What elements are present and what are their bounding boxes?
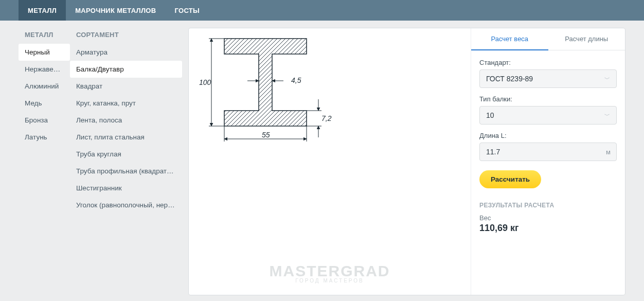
sidebar-metal-item[interactable]: Медь: [19, 95, 70, 112]
top-nav-metal[interactable]: МЕТАЛЛ: [19, 0, 66, 21]
svg-text:100: 100: [199, 78, 211, 86]
select-beam-type-value: 10: [486, 111, 494, 119]
calc-panel: Расчет веса Расчет длины Стандарт: ГОСТ …: [471, 28, 625, 295]
sidebar-metal: МЕТАЛЛ Черный Нержавейка Алюминий Медь Б…: [19, 28, 70, 295]
sidebar-sortament-item[interactable]: Лента, полоса: [70, 112, 182, 129]
input-length-unit: м: [606, 148, 611, 156]
input-length[interactable]: 11.7: [479, 143, 617, 161]
sidebar-metal-item[interactable]: Нержавейка: [19, 61, 70, 78]
result-value: 110,69 кг: [479, 223, 617, 234]
chevron-down-icon: ﹀: [604, 112, 610, 119]
diagram-area: 100 55 4,5 7,2 MASTERGRAD ГОРОД МА: [189, 28, 471, 295]
calculate-button[interactable]: Рассчитать: [479, 170, 541, 188]
label-beam-type: Тип балки:: [479, 95, 617, 103]
result-label: Вес: [479, 214, 617, 222]
svg-text:55: 55: [262, 131, 270, 139]
sidebar-sortament-item[interactable]: Круг, катанка, прут: [70, 95, 182, 112]
sidebar-sortament-item[interactable]: Шестигранник: [70, 180, 182, 197]
sidebar-metal-item[interactable]: Черный: [19, 44, 70, 61]
select-standard-value: ГОСТ 8239-89: [486, 75, 533, 83]
label-standard: Стандарт:: [479, 59, 617, 66]
sidebar-sortament-item[interactable]: Арматура: [70, 44, 182, 61]
sidebar-metal-header: МЕТАЛЛ: [19, 28, 70, 44]
beam-diagram: 100 55 4,5 7,2: [196, 33, 335, 147]
chevron-down-icon: ﹀: [604, 75, 610, 83]
sidebar-sortament-item[interactable]: Труба круглая: [70, 146, 182, 163]
sidebar-sortament-item[interactable]: Лист, плита стальная: [70, 129, 182, 146]
top-nav-marochnik[interactable]: МАРОЧНИК МЕТАЛЛОВ: [66, 0, 165, 21]
sidebar-metal-item[interactable]: Алюминий: [19, 78, 70, 95]
sidebar-sortament-item[interactable]: Труба профильная (квадратная /…: [70, 163, 182, 180]
top-nav-gosty[interactable]: ГОСТЫ: [165, 0, 209, 21]
sidebar-sortament-header: СОРТАМЕНТ: [70, 28, 182, 44]
sidebar-metal-item[interactable]: Латунь: [19, 129, 70, 146]
sidebar-sortament-item[interactable]: Уголок (равнополочный, неравн…: [70, 197, 182, 214]
svg-text:7,2: 7,2: [321, 114, 332, 122]
sidebar-metal-item[interactable]: Бронза: [19, 112, 70, 129]
tab-length[interactable]: Расчет длины: [548, 28, 625, 50]
calc-tabs: Расчет веса Расчет длины: [471, 28, 625, 50]
top-nav: МЕТАЛЛ МАРОЧНИК МЕТАЛЛОВ ГОСТЫ: [0, 0, 644, 21]
sidebar-sortament-item[interactable]: Квадрат: [70, 78, 182, 95]
sidebar-sortament: СОРТАМЕНТ Арматура Балка/Двутавр Квадрат…: [70, 28, 182, 295]
watermark: MASTERGRAD ГОРОД МАСТЕРОВ: [270, 262, 390, 284]
select-standard[interactable]: ГОСТ 8239-89 ﹀: [479, 69, 617, 88]
sidebar-sortament-item[interactable]: Балка/Двутавр: [70, 61, 182, 78]
results-header: РЕЗУЛЬТАТЫ РАСЧЕТА: [479, 202, 617, 209]
tab-weight[interactable]: Расчет веса: [471, 28, 548, 50]
select-beam-type[interactable]: 10 ﹀: [479, 106, 617, 125]
svg-text:4,5: 4,5: [291, 76, 301, 84]
input-length-value: 11.7: [486, 148, 500, 156]
label-length: Длина L:: [479, 132, 617, 139]
watermark-main: MASTERGRAD: [270, 262, 390, 280]
content-card: 100 55 4,5 7,2 MASTERGRAD ГОРОД МА: [188, 28, 625, 295]
